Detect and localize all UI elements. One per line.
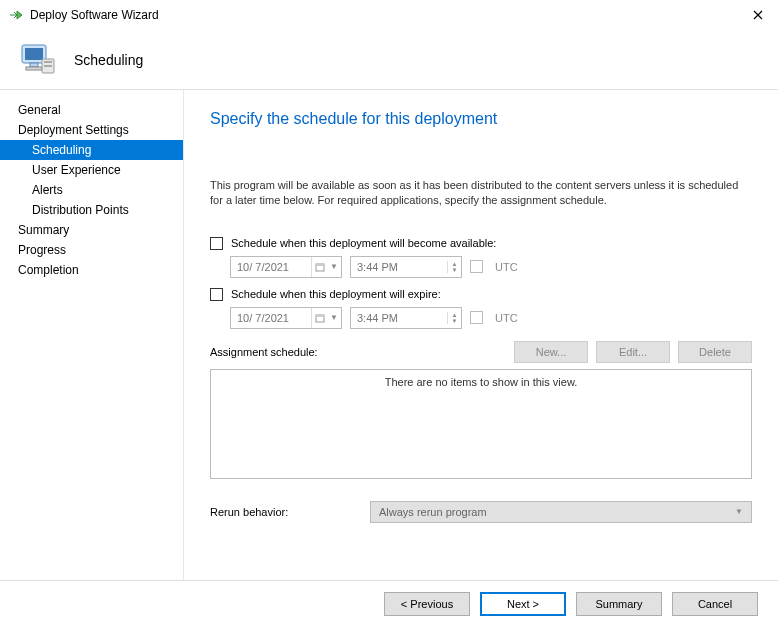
nav-completion[interactable]: Completion: [0, 260, 183, 280]
svg-rect-8: [316, 264, 324, 266]
date-expire-input[interactable]: 10/ 7/2021 ▼: [230, 307, 342, 329]
wizard-sidebar: General Deployment Settings Scheduling U…: [0, 90, 184, 580]
wizard-footer: < Previous Next > Summary Cancel: [0, 580, 778, 626]
list-empty-text: There are no items to show in this view.: [385, 376, 578, 478]
next-button[interactable]: Next >: [480, 592, 566, 616]
page-description: This program will be available as soon a…: [210, 178, 752, 209]
page-title: Scheduling: [74, 52, 143, 68]
close-button[interactable]: [738, 0, 778, 30]
previous-button[interactable]: < Previous: [384, 592, 470, 616]
svg-rect-2: [30, 63, 38, 67]
nav-summary[interactable]: Summary: [0, 220, 183, 240]
label-expire: Schedule when this deployment will expir…: [231, 288, 441, 300]
checkbox-available[interactable]: [210, 237, 223, 250]
row-expire: Schedule when this deployment will expir…: [210, 288, 752, 301]
time-available-input[interactable]: 3:44 PM ▲▼: [350, 256, 462, 278]
cancel-button[interactable]: Cancel: [672, 592, 758, 616]
wizard-main: Specify the schedule for this deployment…: [184, 90, 778, 580]
datetime-available: 10/ 7/2021 ▼ 3:44 PM ▲▼ UTC: [210, 256, 752, 278]
chevron-down-icon: ▼: [735, 507, 743, 516]
computer-icon: [16, 37, 58, 82]
label-utc-available: UTC: [495, 261, 518, 273]
time-expire-value: 3:44 PM: [351, 312, 447, 324]
time-spinner[interactable]: ▲▼: [447, 261, 461, 273]
nav-distribution-points[interactable]: Distribution Points: [0, 200, 183, 220]
svg-rect-1: [25, 48, 43, 60]
svg-rect-10: [316, 315, 324, 317]
date-expire-value: 10/ 7/2021: [231, 312, 311, 324]
edit-button[interactable]: Edit...: [596, 341, 670, 363]
wizard-header: Scheduling: [0, 30, 778, 90]
datetime-expire: 10/ 7/2021 ▼ 3:44 PM ▲▼ UTC: [210, 307, 752, 329]
assignment-listbox[interactable]: There are no items to show in this view.: [210, 369, 752, 479]
assignment-row: Assignment schedule: New... Edit... Dele…: [210, 341, 752, 363]
calendar-icon[interactable]: [311, 308, 327, 328]
delete-button[interactable]: Delete: [678, 341, 752, 363]
page-heading: Specify the schedule for this deployment: [210, 110, 752, 128]
row-available: Schedule when this deployment will becom…: [210, 237, 752, 250]
calendar-icon[interactable]: [311, 257, 327, 277]
label-available: Schedule when this deployment will becom…: [231, 237, 496, 249]
nav-alerts[interactable]: Alerts: [0, 180, 183, 200]
app-arrow-icon: [8, 7, 24, 23]
nav-deployment-settings[interactable]: Deployment Settings: [0, 120, 183, 140]
checkbox-expire[interactable]: [210, 288, 223, 301]
rerun-label: Rerun behavior:: [210, 506, 370, 518]
rerun-row: Rerun behavior: Always rerun program ▼: [210, 501, 752, 523]
nav-general[interactable]: General: [0, 100, 183, 120]
titlebar: Deploy Software Wizard: [0, 0, 778, 30]
checkbox-utc-expire[interactable]: [470, 311, 483, 324]
nav-user-experience[interactable]: User Experience: [0, 160, 183, 180]
window-title: Deploy Software Wizard: [30, 8, 738, 22]
summary-button[interactable]: Summary: [576, 592, 662, 616]
time-available-value: 3:44 PM: [351, 261, 447, 273]
date-available-value: 10/ 7/2021: [231, 261, 311, 273]
nav-progress[interactable]: Progress: [0, 240, 183, 260]
chevron-down-icon[interactable]: ▼: [327, 308, 341, 328]
time-expire-input[interactable]: 3:44 PM ▲▼: [350, 307, 462, 329]
time-spinner[interactable]: ▲▼: [447, 312, 461, 324]
date-available-input[interactable]: 10/ 7/2021 ▼: [230, 256, 342, 278]
label-utc-expire: UTC: [495, 312, 518, 324]
assignment-label: Assignment schedule:: [210, 346, 506, 358]
svg-rect-3: [26, 67, 42, 70]
new-button[interactable]: New...: [514, 341, 588, 363]
rerun-value: Always rerun program: [379, 506, 487, 518]
rerun-combobox[interactable]: Always rerun program ▼: [370, 501, 752, 523]
svg-rect-5: [44, 61, 52, 63]
svg-rect-6: [44, 65, 52, 67]
nav-scheduling[interactable]: Scheduling: [0, 140, 183, 160]
chevron-down-icon[interactable]: ▼: [327, 257, 341, 277]
checkbox-utc-available[interactable]: [470, 260, 483, 273]
